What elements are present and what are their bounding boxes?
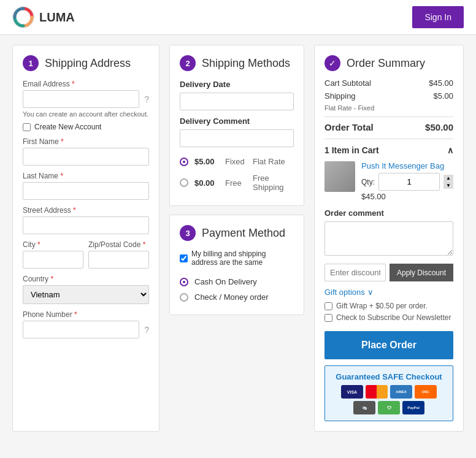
city-zip-row: City * Zip/Postal Code * <box>23 234 149 269</box>
logo: LUMA <box>12 6 75 28</box>
same-address-checkbox[interactable] <box>180 254 188 262</box>
newsletter-checkbox[interactable] <box>324 314 332 322</box>
discover-icon: DISC <box>415 385 437 399</box>
delivery-comment-input[interactable] <box>180 129 294 147</box>
shipping-option-flat[interactable]: $5.00 Fixed Flat Rate <box>180 153 294 170</box>
shipping-label: Shipping <box>324 91 356 101</box>
order-comment-textarea[interactable] <box>324 221 453 256</box>
qty-input[interactable] <box>378 173 440 191</box>
safe-checkout-label: Guaranteed SAFE Checkout <box>331 372 447 381</box>
flat-rate-radio[interactable] <box>180 158 188 166</box>
shipping-methods-heading: Shipping Methods <box>202 57 290 70</box>
order-comment-label: Order comment <box>324 208 453 218</box>
qty-up-button[interactable]: ▲ <box>443 175 453 182</box>
shipping-method-row: Flat Rate - Fixed <box>324 104 453 112</box>
gift-options-chevron-icon: ∨ <box>367 288 374 297</box>
item-price: $45.00 <box>361 192 453 201</box>
last-name-input[interactable] <box>23 182 149 200</box>
city-label: City * <box>23 240 83 249</box>
last-name-label: Last Name * <box>23 172 149 180</box>
step-3-circle: 3 <box>180 225 196 241</box>
flat-rate-type: Fixed <box>225 157 247 166</box>
create-account-row: Create New Account <box>23 123 149 131</box>
payment-cash-delivery[interactable]: Cash On Delivery <box>180 274 294 289</box>
item-qty-row: Qty: ▲ ▼ <box>361 173 453 191</box>
cart-toggle[interactable]: 1 Item in Cart ∧ <box>324 139 453 155</box>
shield-icon: 🛡 <box>378 401 400 414</box>
order-summary-check-icon: ✓ <box>324 55 340 71</box>
qty-arrows: ▲ ▼ <box>443 175 453 189</box>
qty-down-button[interactable]: ▼ <box>443 182 453 189</box>
shipping-option-free[interactable]: $0.00 Free Free Shipping <box>180 170 294 196</box>
shipping-address-title: 1 Shipping Address <box>23 55 149 71</box>
cart-count-label: 1 Item in Cart <box>324 145 379 155</box>
same-address-label: My billing and shipping address are the … <box>191 250 294 267</box>
phone-help-icon[interactable]: ? <box>144 325 149 335</box>
step-2-circle: 2 <box>180 55 196 71</box>
visa-icon: VISA <box>341 385 363 399</box>
apply-discount-button[interactable]: Apply Discount <box>390 264 453 281</box>
place-order-button[interactable]: Place Order <box>324 331 453 359</box>
flat-rate-name: Flat Rate <box>253 157 285 166</box>
email-field-row: ? <box>23 90 149 108</box>
email-help-icon[interactable]: ? <box>144 94 149 104</box>
summary-divider <box>324 116 453 117</box>
create-account-checkbox[interactable] <box>23 123 31 131</box>
gift-wrap-checkbox[interactable] <box>324 302 332 310</box>
zip-input[interactable] <box>88 251 149 269</box>
delivery-date-input[interactable] <box>180 93 294 110</box>
order-summary-section: ✓ Order Summary Cart Subtotal $45.00 Shi… <box>314 45 464 432</box>
cart-item: Push It Messenger Bag Qty: ▲ ▼ $45.00 <box>324 161 453 201</box>
phone-field-row: ? <box>23 321 149 338</box>
shipping-methods-section: 2 Shipping Methods Delivery Date Deliver… <box>169 45 304 206</box>
qty-label: Qty: <box>361 178 375 186</box>
first-name-label: First Name * <box>23 137 149 146</box>
delivery-comment-label: Delivery Comment <box>180 116 294 126</box>
newsletter-label: Check to Subscribe Our Newsletter <box>336 313 451 322</box>
country-select[interactable]: Vietnam <box>23 285 149 304</box>
cart-subtotal-label: Cart Subtotal <box>324 78 371 88</box>
mastercard-icon: MC <box>366 385 388 399</box>
item-image <box>324 161 355 192</box>
flat-rate-price: $5.00 <box>194 157 219 166</box>
phone-input[interactable] <box>23 321 139 338</box>
free-shipping-radio[interactable] <box>180 178 188 187</box>
newsletter-row: Check to Subscribe Our Newsletter <box>324 313 453 322</box>
shipping-value: $5.00 <box>433 91 453 101</box>
order-total-value: $50.00 <box>425 122 453 132</box>
checkout-hint: You can create an account after checkout… <box>23 110 149 118</box>
gift-options-toggle[interactable]: Gift options ∨ <box>324 288 453 297</box>
street-label: Street Address * <box>23 206 149 215</box>
check-money-label: Check / Money order <box>194 292 269 302</box>
item-name[interactable]: Push It Messenger Bag <box>361 161 453 170</box>
item-image-placeholder <box>324 161 355 192</box>
phone-label: Phone Number * <box>23 310 149 319</box>
secure-bag-icon: 🛍 <box>353 401 375 414</box>
item-details: Push It Messenger Bag Qty: ▲ ▼ $45.00 <box>361 161 453 201</box>
street-input[interactable] <box>23 216 149 234</box>
shipping-methods-title: 2 Shipping Methods <box>180 55 294 71</box>
create-account-label: Create New Account <box>34 123 101 131</box>
check-money-radio[interactable] <box>180 293 188 302</box>
sign-in-button[interactable]: Sign In <box>412 6 464 28</box>
shipping-address-heading: Shipping Address <box>45 57 131 70</box>
cash-delivery-label: Cash On Delivery <box>194 277 257 286</box>
cart-subtotal-row: Cart Subtotal $45.00 <box>324 78 453 88</box>
amex-icon: AMEX <box>390 385 412 399</box>
country-label: Country * <box>23 275 149 283</box>
main-content: 1 Shipping Address Email Address * ? You… <box>0 35 476 441</box>
payment-icons: VISA MC AMEX DISC 🛍 🛡 PayPal <box>331 385 447 414</box>
email-input[interactable] <box>23 90 139 108</box>
discount-row: Apply Discount <box>324 264 453 281</box>
header: LUMA Sign In <box>0 0 476 35</box>
first-name-input[interactable] <box>23 148 149 166</box>
logo-icon <box>12 6 34 28</box>
cart-chevron-icon[interactable]: ∧ <box>447 145 453 155</box>
gift-wrap-row: Gift Wrap + $0.50 per order. <box>324 302 453 310</box>
discount-code-input[interactable] <box>324 264 386 281</box>
free-shipping-type: Free <box>225 178 247 188</box>
gift-options-label: Gift options <box>324 288 365 297</box>
cash-delivery-radio[interactable] <box>180 278 188 286</box>
payment-check-money[interactable]: Check / Money order <box>180 289 294 305</box>
city-input[interactable] <box>23 251 83 269</box>
